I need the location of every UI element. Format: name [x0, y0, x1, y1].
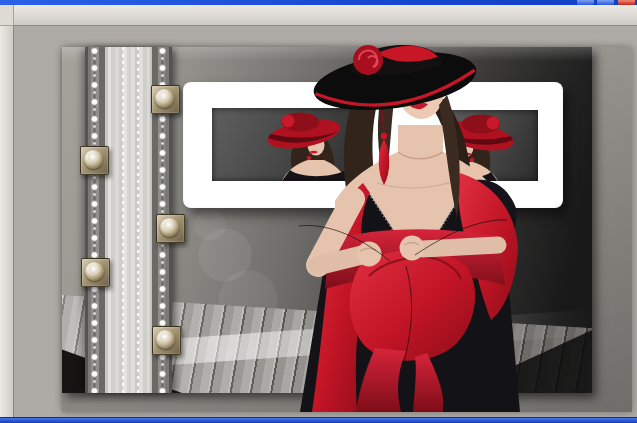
- app-window: [0, 0, 637, 423]
- titlebar[interactable]: [0, 0, 637, 5]
- metal-stud: [80, 146, 109, 175]
- stitch-line: [122, 47, 124, 393]
- metal-stud: [151, 85, 180, 114]
- stitch-line: [137, 47, 139, 393]
- ruler-corner: [0, 5, 14, 26]
- model-illustration: [265, 33, 525, 412]
- close-button[interactable]: [618, 0, 635, 5]
- metal-stud: [152, 326, 181, 355]
- metal-stud: [81, 258, 110, 287]
- maximize-button[interactable]: [597, 0, 614, 5]
- ruler-top[interactable]: [13, 5, 637, 26]
- ruler-left[interactable]: [0, 25, 14, 417]
- minimize-button[interactable]: [577, 0, 594, 5]
- gem-column-left: [89, 47, 100, 393]
- model-figure: [265, 33, 525, 412]
- metal-stud: [156, 214, 185, 243]
- window-bottom-border: [0, 417, 637, 423]
- image-canvas[interactable]: [13, 25, 637, 417]
